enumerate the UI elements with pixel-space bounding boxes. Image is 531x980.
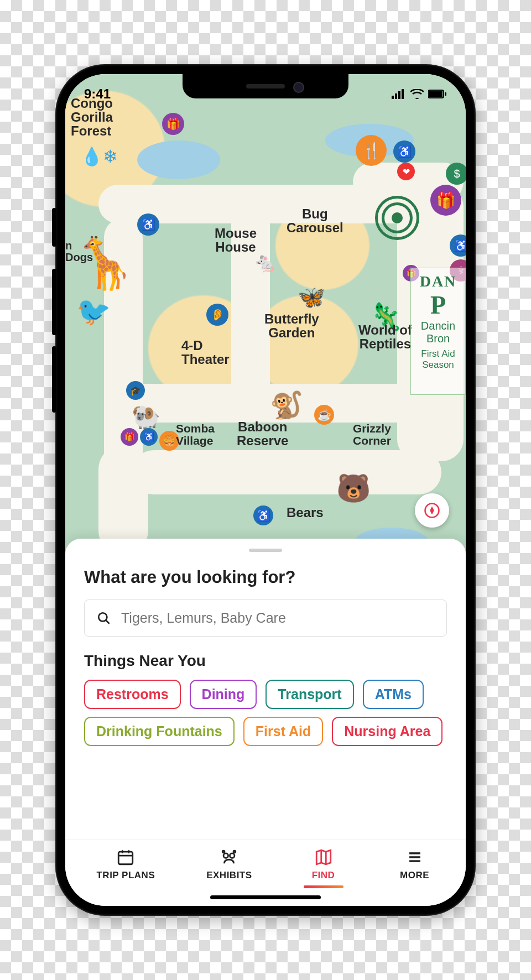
chips-row: RestroomsDiningTransportATMsDrinking Fou… bbox=[84, 680, 447, 746]
tab-exhibits[interactable]: EXHIBITS bbox=[206, 848, 252, 888]
screen: 9:41 bbox=[65, 74, 466, 906]
chip-transport[interactable]: Transport bbox=[266, 680, 353, 709]
svg-point-8 bbox=[98, 613, 107, 621]
chip-atms[interactable]: ATMs bbox=[363, 680, 424, 709]
aed-icon[interactable]: ❤ bbox=[397, 163, 415, 180]
chip-drinking-fountains[interactable]: Drinking Fountains bbox=[84, 717, 235, 746]
tab-trip[interactable]: TRIP PLANS bbox=[96, 848, 155, 888]
restroom-icon-5[interactable]: ♿ bbox=[253, 505, 273, 525]
notch bbox=[183, 74, 348, 98]
svg-line-9 bbox=[106, 620, 110, 624]
trip-icon bbox=[116, 848, 135, 867]
tab-label: TRIP PLANS bbox=[96, 870, 155, 881]
tab-label: EXHIBITS bbox=[206, 870, 252, 881]
search-icon bbox=[97, 611, 111, 625]
bottom-sheet[interactable]: What are you looking for? Things Near Yo… bbox=[65, 539, 466, 845]
label-dogs: n Dogs bbox=[65, 240, 93, 263]
label-4d: 4-D Theater bbox=[181, 338, 230, 366]
label-bears: Bears bbox=[287, 505, 324, 519]
mouse-icon: 🐁 bbox=[253, 251, 277, 273]
find-icon bbox=[314, 848, 333, 867]
ostrich-icon: 🐦 bbox=[76, 295, 111, 327]
phone-frame: 9:41 bbox=[55, 64, 476, 916]
butterfly-icon: 🦋 bbox=[298, 284, 325, 310]
signal-icon bbox=[392, 89, 406, 99]
svg-rect-6 bbox=[445, 92, 446, 96]
water-snow-icon: 💧❄ bbox=[81, 146, 118, 167]
svg-rect-5 bbox=[429, 91, 442, 97]
ram-icon: 🐏 bbox=[132, 403, 160, 430]
tab-label: MORE bbox=[400, 870, 429, 881]
chip-first-aid[interactable]: First Aid bbox=[243, 717, 323, 746]
status-right bbox=[392, 89, 447, 99]
dancing-crane-card[interactable]: DAN P Dancin Bron First Aid Season bbox=[410, 268, 466, 395]
label-mouse-house: Mouse House bbox=[215, 226, 257, 254]
home-indicator bbox=[210, 895, 321, 899]
dining-icon[interactable]: 🍴 bbox=[356, 135, 387, 166]
current-location-beacon bbox=[375, 196, 419, 240]
restroom-icon[interactable]: ♿ bbox=[137, 213, 159, 236]
gift-icon-2[interactable]: 🎁 bbox=[430, 185, 461, 216]
label-bug-carousel: Bug Carousel bbox=[287, 207, 343, 234]
tab-more[interactable]: MORE bbox=[395, 848, 435, 888]
sheet-grabber[interactable] bbox=[249, 549, 282, 552]
more-icon bbox=[405, 848, 424, 867]
svg-rect-0 bbox=[392, 96, 394, 99]
gift-icon[interactable]: 🎁 bbox=[162, 113, 184, 135]
atm-icon[interactable]: $ bbox=[446, 163, 466, 185]
monkey-icon: 🐒 bbox=[270, 389, 303, 421]
label-reptiles: World of Reptiles bbox=[358, 323, 412, 351]
compass-button[interactable] bbox=[415, 493, 449, 528]
svg-point-17 bbox=[233, 851, 236, 853]
search-input[interactable] bbox=[121, 610, 434, 626]
svg-point-14 bbox=[223, 853, 228, 858]
status-time: 9:41 bbox=[84, 86, 111, 102]
tab-find[interactable]: FIND bbox=[304, 848, 343, 888]
svg-point-16 bbox=[223, 851, 225, 853]
svg-rect-2 bbox=[398, 91, 400, 99]
battery-icon bbox=[428, 89, 447, 99]
bear-icon: 🐻 bbox=[336, 472, 371, 504]
restroom-icon-4[interactable]: ♿ bbox=[140, 428, 158, 446]
wifi-icon bbox=[410, 89, 424, 99]
label-baboon: Baboon Reserve bbox=[237, 420, 288, 447]
svg-rect-3 bbox=[402, 89, 404, 99]
hearing-icon[interactable]: 👂 bbox=[206, 304, 228, 326]
chip-restrooms[interactable]: Restrooms bbox=[84, 680, 181, 709]
search-field[interactable] bbox=[84, 600, 447, 637]
restroom-icon-2[interactable]: ♿ bbox=[393, 140, 415, 163]
zoo-map[interactable]: 🦒 🐦 🐻 🐏 🐒 🦎 🦋 🐁 ♿ 🎁 🍴 ♿ ❤ $ 🎁 ♿ ⚕ 🎁 👂 ☕ … bbox=[65, 74, 466, 566]
svg-rect-10 bbox=[119, 852, 133, 864]
cafe-icon[interactable]: ☕ bbox=[314, 405, 334, 425]
sheet-title: What are you looking for? bbox=[84, 567, 447, 587]
svg-point-15 bbox=[230, 853, 235, 858]
transport-icon[interactable]: 🎓 bbox=[126, 381, 145, 400]
svg-rect-1 bbox=[395, 93, 397, 99]
near-you-title: Things Near You bbox=[84, 652, 447, 670]
chip-dining[interactable]: Dining bbox=[190, 680, 257, 709]
label-grizzly: Grizzly Corner bbox=[353, 423, 391, 447]
tab-label: FIND bbox=[312, 870, 335, 881]
chip-nursing-area[interactable]: Nursing Area bbox=[332, 717, 442, 746]
exhibits-icon bbox=[220, 848, 238, 867]
gift-icon-4[interactable]: 🎁 bbox=[121, 428, 138, 446]
label-butterfly: Butterfly Garden bbox=[264, 312, 319, 340]
label-somba: Somba Village bbox=[176, 423, 215, 447]
